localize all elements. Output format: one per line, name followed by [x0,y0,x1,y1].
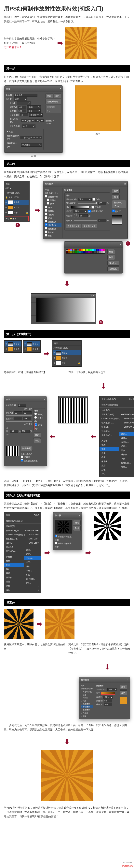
style-item[interactable]: ☐ 内阴影 [80,696,93,699]
type-option[interactable]: 正弦(I) [34,412,44,416]
angle-field[interactable] [104,700,112,703]
style-item[interactable]: ☐ 光泽 [80,700,93,703]
submenu-item[interactable]: 波纹... [119,436,134,440]
style-item[interactable]: 混合选项：默认 [45,192,62,195]
submenu-item[interactable]: 球面化... [24,568,41,572]
scale-v-field[interactable] [21,430,30,433]
profile-select[interactable]: 工作中的 RGB: sRGB IEC6... [21,136,42,139]
eye-icon[interactable]: 👁 [5,206,7,209]
randomize-button[interactable]: 随机化(Z) [21,446,33,451]
style-item[interactable]: 斜面和浮雕 [45,195,62,198]
style-item[interactable]: ☐ 颜色叠加 [80,703,93,705]
align-checkbox[interactable] [88,210,91,213]
style-item[interactable]: 外发光 [45,230,62,234]
type-option[interactable]: 三角形(T) [34,416,44,423]
style-item[interactable]: 混合选项：默认 [80,687,93,690]
preview-checkbox[interactable] [112,210,115,212]
style-item-selected[interactable]: ☑ 渐变叠加 [80,705,93,708]
amp-max-field[interactable] [23,417,31,420]
style-item[interactable]: 等高线 [45,198,62,202]
style-item[interactable]: 描边 [45,206,62,209]
layer-row-2[interactable]: 👁图层 2 [53,350,80,355]
submenu-item[interactable]: 挤压... [24,560,41,564]
load-button[interactable]: 载入(L)... [107,261,119,266]
style-select[interactable]: 线性 [103,695,113,699]
blend-select[interactable]: 正常 [78,198,92,201]
dither-checkbox[interactable] [93,198,95,201]
submenu-item[interactable]: 波浪... [24,548,41,552]
style-item[interactable]: 颜色叠加 [45,220,62,223]
layer-row-bg[interactable]: 👁背景🔒 [53,361,80,366]
menu-item[interactable]: 转换为智能滤镜(S) [100,403,134,407]
eye-icon[interactable]: 👁 [5,201,7,204]
ok-button[interactable]: 确定 [112,189,120,193]
cancel-button[interactable]: 取消 [54,93,61,98]
save-preset-button[interactable]: 存储预设(S)... [45,99,61,104]
wl-max-field[interactable] [23,411,32,414]
style-item[interactable]: ☐ 描边 [80,693,93,696]
style-item[interactable]: 样式 [45,188,62,192]
menu-item[interactable]: 滤镜库(G)... [100,408,134,412]
layer-row-bg[interactable]: 👁背景🔒 [5,210,29,215]
angle-dial[interactable] [74,214,79,218]
menu-item[interactable]: 镜头校正(R)...Shift+Ctrl+R [4,537,41,541]
style-item[interactable]: ☐ 斜面和浮雕 [80,690,93,693]
menu-item[interactable]: 其它▸ [100,472,134,476]
menu-item[interactable]: 滤镜库(G)... [4,524,41,528]
close-icon[interactable]: ✕ [43,398,45,401]
submenu-item[interactable]: 水波... [24,572,41,577]
submenu-item[interactable]: 切变... [24,564,41,568]
cancel-button[interactable]: 取消 [73,526,80,531]
layers-kind[interactable]: 类型 [5,187,9,190]
ok-button[interactable]: 确定 [107,249,115,254]
submenu-item[interactable]: 置换... [119,465,134,469]
submenu-item-selected[interactable]: 极坐标... [24,556,41,560]
angle-field[interactable] [79,214,88,217]
make-default-button[interactable]: 设置为默认值 [66,224,81,229]
reset-default-button[interactable]: 复位为默认值 [82,224,97,229]
width-field[interactable] [18,105,26,108]
menu-item[interactable]: 镜头校正(R)...Shift+Ctrl+R [100,421,134,425]
resolution-field[interactable] [20,114,28,116]
layer-row-1[interactable]: 👁图层 1 [5,205,29,210]
menu-item[interactable]: 其它▸ [4,588,41,592]
trash-icon[interactable]: 🗑 [14,217,16,220]
menu-item[interactable]: 液化(L)...Shift+Ctrl+X [100,425,134,429]
style-item[interactable]: 内发光 [45,213,62,216]
style-select[interactable]: 线性 [73,210,87,213]
undef-option[interactable]: 重复边缘像素(E) [21,459,45,463]
layer-footer-icons[interactable]: fx◐📁▣🗑 [5,216,29,221]
close-icon[interactable]: ✕ [79,514,80,517]
color-mode-select[interactable]: RGB 颜色 [21,119,34,122]
close-icon[interactable]: ✕ [60,87,61,91]
close-icon[interactable]: ✕ [124,182,126,186]
resolution-unit-select[interactable]: 像素/英寸 [29,113,42,117]
style-item[interactable]: 光泽 [45,216,62,220]
submenu-item[interactable]: 旋转扭曲... [24,577,41,581]
ok-button[interactable]: 确定 [120,685,127,690]
opacity-value[interactable]: 100% [14,191,20,194]
reverse-checkbox[interactable] [92,206,94,209]
preset-select[interactable]: 自定 [13,97,27,101]
style-item[interactable]: ☐ 投影 [80,714,93,717]
submenu-item[interactable]: 波纹... [24,552,41,556]
cancel-button[interactable]: 取消 [112,194,120,199]
submenu-item[interactable]: 挤压... [119,444,134,448]
undef-option[interactable]: 折回(R) [21,456,45,459]
type-option-highlighted[interactable]: 方形(Q) [34,423,44,430]
style-item[interactable]: 样式 [80,684,93,687]
wl-min-field[interactable] [14,411,23,414]
delete-preset-button[interactable]: 删除预设(D)... [45,105,61,113]
style-item[interactable]: 内阴影 [45,209,62,213]
eye-icon[interactable]: 👁 [5,211,7,214]
chevron-down-icon[interactable]: ▾ [90,206,91,209]
polar-option[interactable]: 极坐标到平面坐标(P) [55,541,72,549]
scale-field[interactable] [104,703,112,706]
save-button[interactable]: 存储(S)... [107,267,119,271]
gradient-swatch[interactable] [101,692,115,694]
layers-tab[interactable]: 图层 [5,182,29,186]
ok-button[interactable]: 确定 [33,433,41,437]
submenu-item[interactable]: 水波... [119,457,134,461]
submenu-item[interactable]: 极坐标... [119,440,134,444]
menu-item[interactable]: 自适应广角(A)...Alt+Shift+Ctrl+A [100,412,134,416]
